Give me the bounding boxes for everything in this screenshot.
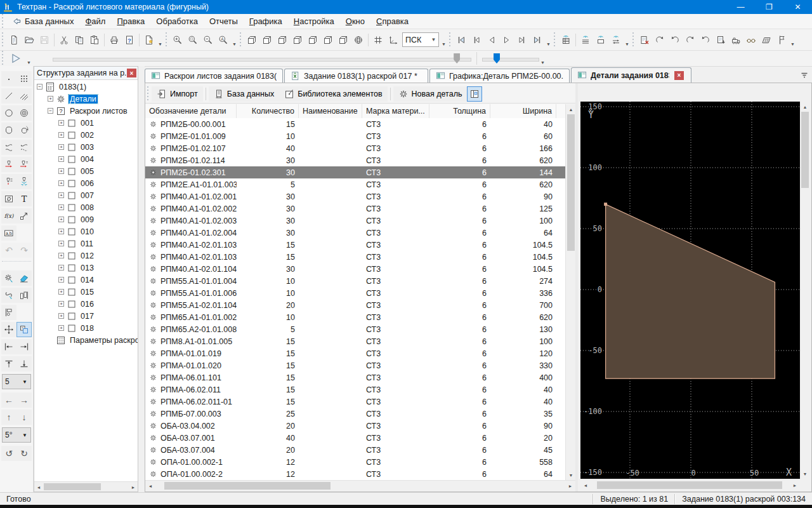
column-header[interactable]: Марка матери... xyxy=(362,104,429,118)
preview-layout-button[interactable] xyxy=(467,86,482,102)
run-dropdown-icon[interactable]: ▼ xyxy=(25,50,32,67)
snap-left-button[interactable] xyxy=(1,339,16,354)
speed-slider-thumb[interactable] xyxy=(494,53,500,64)
tree-item[interactable]: +017 xyxy=(34,310,138,322)
tree-item[interactable]: +007 xyxy=(34,189,138,201)
tree-item[interactable]: +002 xyxy=(34,129,138,141)
scroll-thumb[interactable] xyxy=(44,483,101,490)
table-row[interactable]: РПМ8.А1-01.01.00515СТ36100 xyxy=(145,335,565,347)
shift-down-button[interactable]: ↓ xyxy=(16,410,32,425)
formula-button[interactable]: f(x) xyxy=(1,208,16,224)
nav-prev-button[interactable] xyxy=(484,32,499,48)
milestone-flag-button[interactable] xyxy=(774,32,789,48)
menu-window[interactable]: Окно xyxy=(340,15,370,27)
scroll-thumb[interactable] xyxy=(597,481,782,489)
part-delete-button[interactable] xyxy=(637,32,652,48)
scroll-left-icon[interactable]: ◄ xyxy=(35,484,43,490)
grid-snap-button[interactable] xyxy=(370,32,386,48)
part-list-button[interactable] xyxy=(713,32,728,48)
draw-contour-button[interactable] xyxy=(1,123,16,138)
scroll-thumb[interactable] xyxy=(567,114,575,251)
hatch-region-button[interactable] xyxy=(1,191,16,206)
toolbar-grip[interactable] xyxy=(165,32,168,48)
tree-item[interactable]: +004 xyxy=(34,153,138,165)
table-row[interactable]: РПМ2Б-00.00.00115СТ3640 xyxy=(145,118,565,130)
menu-grip[interactable] xyxy=(1,14,4,29)
tree-item[interactable]: +016 xyxy=(34,298,138,310)
tool-run-segment-button[interactable] xyxy=(16,157,32,172)
scroll-right-icon[interactable]: ► xyxy=(129,484,137,490)
sheet-3d-button[interactable] xyxy=(759,32,774,48)
table-row[interactable]: РПМ2Б-01.02.10740СТ36166 xyxy=(145,142,565,154)
zoom-out-button[interactable] xyxy=(200,32,216,48)
table-row[interactable]: РПМ40.А1-02.01.10315СТ36104.5 xyxy=(145,239,565,251)
column-header[interactable]: Ширина xyxy=(490,104,556,118)
cut-button[interactable] xyxy=(56,32,72,48)
shift-left-button[interactable]: ← xyxy=(1,392,16,408)
tab-graphics-part[interactable]: Графика:Деталь РПМ2Б-00.00.001 xyxy=(429,69,570,83)
scroll-left-icon[interactable]: ◄ xyxy=(147,482,154,490)
draw-concentric-circles-button[interactable] xyxy=(16,105,32,121)
expand-icon[interactable]: + xyxy=(58,180,64,186)
table-vscrollbar[interactable]: ▲ ▼ xyxy=(565,104,576,480)
menu-help[interactable]: Справка xyxy=(370,15,414,27)
tab-list-icon[interactable] xyxy=(799,70,809,80)
table-row[interactable]: РПМ40.А1-02.01.10430СТ36104.5 xyxy=(145,263,565,275)
show-directions-button[interactable] xyxy=(608,32,624,48)
expand-icon[interactable]: + xyxy=(58,277,64,283)
tree-item[interactable]: +015 xyxy=(34,286,138,298)
view-dimetric-button[interactable] xyxy=(336,32,351,48)
graphics-hscrollbar[interactable]: ◄ ► xyxy=(580,480,800,490)
tree-item[interactable]: +006 xyxy=(34,177,138,189)
table-row[interactable]: РПМ65.А2-01.01.0085СТ36130 xyxy=(145,323,565,335)
tree-item[interactable]: +009 xyxy=(34,213,138,225)
snap-right-button[interactable] xyxy=(16,339,32,354)
table-row[interactable]: РПМ2Б-01.02.11430СТ36620 xyxy=(145,154,565,166)
expand-icon[interactable]: + xyxy=(58,241,64,246)
tree-item[interactable]: +010 xyxy=(34,225,138,237)
draw-parallel-lines-button[interactable] xyxy=(16,88,32,104)
copy-button[interactable] xyxy=(72,32,87,48)
table-row[interactable]: РПМ2Е.А1-01.01.0035СТ36620 xyxy=(145,178,565,190)
expand-icon[interactable]: + xyxy=(58,132,64,138)
scroll-down-icon[interactable]: ▼ xyxy=(801,470,809,478)
expand-icon[interactable]: + xyxy=(58,265,64,271)
view-iso-button[interactable] xyxy=(320,32,336,48)
tool-segment-button[interactable] xyxy=(1,174,16,189)
draw-point-button[interactable] xyxy=(1,71,16,86)
scroll-left-icon[interactable]: ◄ xyxy=(582,481,589,489)
part-dimensions-button[interactable] xyxy=(1,305,16,320)
show-contours-button[interactable] xyxy=(578,32,593,48)
column-header[interactable]: Толщина xyxy=(429,104,490,118)
table-row[interactable]: РПМ65.А1-01.01.00210СТ36620 xyxy=(145,311,565,323)
run-processing-button[interactable] xyxy=(6,52,25,65)
tree-item[interactable]: +014 xyxy=(34,274,138,286)
table-hscrollbar[interactable]: ◄ ► xyxy=(145,480,575,491)
nav-prev-group-button[interactable] xyxy=(469,32,484,48)
toolbar-grip[interactable] xyxy=(449,32,452,48)
show-sheet-button[interactable] xyxy=(593,32,608,48)
slider-dropdown-icon[interactable]: ▼ xyxy=(539,50,546,67)
tab-task-nest-017[interactable]: Задание 0183(1) раскрой 017 * xyxy=(284,69,428,83)
table-row[interactable]: РПМА-01.01.01915СТ36120 xyxy=(145,347,565,359)
collapse-icon[interactable]: − xyxy=(48,108,53,114)
menu-database[interactable]: База данных xyxy=(6,15,79,27)
view-right-button[interactable] xyxy=(290,32,305,48)
snap-top-button[interactable] xyxy=(1,356,16,371)
rotate-ccw-button[interactable]: ↺ xyxy=(1,446,16,461)
place-part-button[interactable] xyxy=(16,322,32,337)
expand-icon[interactable]: + xyxy=(58,168,64,174)
draw-circle-button[interactable] xyxy=(1,105,16,121)
panel-splitter[interactable] xyxy=(138,66,145,492)
snap-bottom-button[interactable] xyxy=(16,356,32,371)
erase-part-button[interactable] xyxy=(16,271,32,286)
ucs-axes-button[interactable] xyxy=(386,32,401,48)
collapse-icon[interactable]: − xyxy=(37,84,43,90)
menu-graphics[interactable]: Графика xyxy=(244,15,288,27)
view-glasses-button[interactable] xyxy=(743,32,759,48)
expand-icon[interactable]: + xyxy=(58,253,64,258)
view-left-button[interactable] xyxy=(275,32,290,48)
open-document-button[interactable] xyxy=(22,32,37,48)
column-header[interactable]: Наименование xyxy=(299,104,362,118)
part-rotate-ccw-button[interactable] xyxy=(652,32,667,48)
